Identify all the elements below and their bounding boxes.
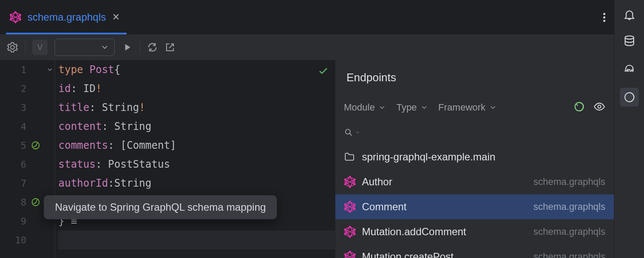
editor-toolbar: V xyxy=(0,34,614,60)
endpoints-search[interactable] xyxy=(335,120,614,144)
eye-icon xyxy=(593,101,605,113)
gutter: 1 2 3 4 5 6 7 8 9 10 xyxy=(0,60,55,258)
folder-icon xyxy=(344,151,355,163)
close-icon[interactable]: ✕ xyxy=(112,12,120,23)
endpoint-location: schema.graphqls xyxy=(533,201,605,212)
endpoint-item[interactable]: Mutation.addComment schema.graphqls xyxy=(335,219,614,244)
graphql-icon xyxy=(9,11,21,23)
graphql-icon xyxy=(344,251,356,258)
chevron-down-icon xyxy=(420,104,428,111)
code-body[interactable]: type Post{ id: ID! title: String! conten… xyxy=(55,60,335,258)
version-badge[interactable]: V xyxy=(32,40,48,55)
endpoint-item[interactable]: Mutation.createPost schema.graphqls xyxy=(335,244,614,258)
endpoint-location: schema.graphqls xyxy=(533,226,605,237)
refresh-icon xyxy=(147,42,158,53)
editor-tabs: schema.graphqls ✕ xyxy=(0,0,614,34)
graphql-icon xyxy=(344,226,356,238)
chevron-down-icon xyxy=(355,130,360,135)
inspection-ok-icon[interactable] xyxy=(318,65,329,79)
endpoints-module[interactable]: spring-graphql-example.main xyxy=(335,144,614,169)
active-tab-indicator xyxy=(6,33,127,34)
endpoint-item[interactable]: Comment schema.graphqls xyxy=(335,194,614,219)
gradle-button[interactable] xyxy=(623,61,636,75)
endpoint-name: Author xyxy=(362,176,392,188)
endpoint-location: schema.graphqls xyxy=(533,176,605,187)
endpoint-name: Mutation.createPost xyxy=(362,251,453,258)
right-tool-rail xyxy=(614,0,644,258)
gear-icon xyxy=(7,42,18,53)
fold-icon[interactable] xyxy=(46,66,53,73)
endpoint-name: Comment xyxy=(362,201,407,213)
endpoints-list: spring-graphql-example.main Author schem… xyxy=(335,144,614,258)
filter-type[interactable]: Type xyxy=(396,102,428,113)
tabs-overflow-menu[interactable] xyxy=(603,13,605,22)
run-config-selector[interactable] xyxy=(55,39,115,56)
code-editor[interactable]: 1 2 3 4 5 6 7 8 9 10 type Post{ id: ID! … xyxy=(0,60,335,258)
chevron-down-icon xyxy=(489,104,497,111)
filter-module[interactable]: Module xyxy=(344,102,386,113)
endpoints-title: Endpoints xyxy=(335,60,614,95)
spring-gutter-icon[interactable] xyxy=(27,197,46,207)
openapi-icon xyxy=(574,101,585,112)
endpoint-name: Mutation.addComment xyxy=(362,226,466,238)
popout-button[interactable] xyxy=(165,42,175,52)
refresh-button[interactable] xyxy=(147,42,158,53)
run-button[interactable] xyxy=(122,42,133,53)
tab-label: schema.graphqls xyxy=(27,11,106,23)
settings-button[interactable] xyxy=(7,42,18,53)
endpoint-location: schema.graphqls xyxy=(533,251,605,258)
graphql-icon xyxy=(344,201,356,213)
chevron-down-icon xyxy=(100,43,109,52)
database-button[interactable] xyxy=(623,34,636,48)
endpoints-filters: Module Type Framework xyxy=(335,95,614,120)
endpoint-item[interactable]: Author schema.graphqls xyxy=(335,169,614,194)
endpoints-icon xyxy=(623,91,635,103)
graphql-icon xyxy=(344,176,356,188)
preview-button[interactable] xyxy=(593,101,605,114)
search-icon xyxy=(344,128,353,137)
chevron-down-icon xyxy=(378,104,386,111)
popout-icon xyxy=(165,42,175,52)
notifications-button[interactable] xyxy=(623,8,636,22)
database-icon xyxy=(623,35,636,48)
openapi-button[interactable] xyxy=(574,101,585,114)
gutter-tooltip: Navigate to Spring GraphQL schema mappin… xyxy=(44,195,277,219)
tab-schema-graphqls[interactable]: schema.graphqls ✕ xyxy=(0,0,129,34)
spring-gutter-icon[interactable] xyxy=(27,141,46,150)
endpoints-tool-button[interactable] xyxy=(620,88,639,107)
filter-framework[interactable]: Framework xyxy=(438,102,497,113)
elephant-icon xyxy=(623,61,636,74)
bell-icon xyxy=(623,8,636,21)
play-icon xyxy=(122,42,133,53)
endpoints-panel: Endpoints Module Type Framework spring-g… xyxy=(335,60,614,258)
